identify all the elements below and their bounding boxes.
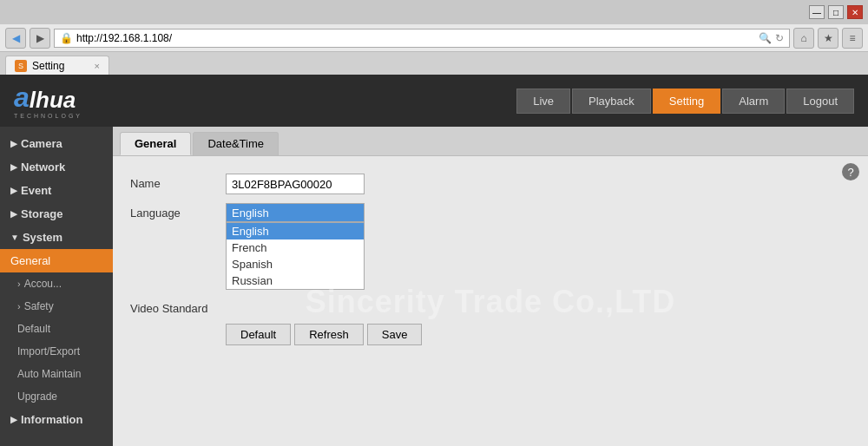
video-standard-label: Video Standard [130,298,226,315]
sidebar-label-importexport: Import/Export [17,345,80,357]
safety-arrow-icon: › [17,301,21,312]
video-standard-row: Video Standard [130,298,851,315]
alhua-logo: a lhua TECHNOLOGY [14,83,82,119]
alarm-button[interactable]: Alarm [722,89,785,114]
sidebar-label-automaintain: Auto Maintain [17,368,81,380]
logout-button[interactable]: Logout [786,89,854,114]
live-button[interactable]: Live [516,89,570,114]
nav-bar: ◀ ▶ 🔒 🔍 ↻ ⌂ ★ ≡ [0,24,868,52]
name-label: Name [130,174,226,190]
sidebar-item-default[interactable]: Default [0,318,113,340]
account-arrow-icon: › [17,279,21,289]
tab-favicon: S [15,60,27,72]
tab-bar: S Setting × [0,52,868,75]
logo-area: a lhua TECHNOLOGY [14,83,82,119]
back-button[interactable]: ◀ [5,28,26,49]
sidebar-label-account: Accou... [24,278,62,290]
main-content: General Date&Time ? Name Language Englis… [113,127,868,446]
sidebar-item-system[interactable]: ▼ System [0,226,113,249]
storage-arrow-icon: ▶ [10,209,17,219]
language-dropdown[interactable]: English English French Spanish Russian [226,203,365,290]
language-selected[interactable]: English [226,203,365,222]
option-french[interactable]: French [227,239,364,256]
option-russian[interactable]: Russian [227,272,364,289]
sidebar-item-information[interactable]: ▶ Information [0,408,113,431]
address-bar[interactable]: 🔒 🔍 ↻ [54,29,790,48]
content-area: General Date&Time ? Name Language Englis… [113,127,868,446]
help-icon[interactable]: ? [842,163,859,180]
sidebar-label-information: Information [21,413,83,426]
home-button[interactable]: ⌂ [793,28,814,49]
app-header: a lhua TECHNOLOGY Live Playback Setting … [0,75,868,127]
save-button[interactable]: Save [367,324,423,345]
logo-tech: TECHNOLOGY [14,113,82,119]
name-input[interactable] [226,174,365,194]
search-icon: 🔍 [759,32,772,44]
information-arrow-icon: ▶ [10,415,17,424]
sidebar: ▶ Camera ▶ Network ▶ Event ▶ Storage ▼ S… [0,127,113,446]
sidebar-item-safety[interactable]: › Safety [0,295,113,318]
maximize-button[interactable]: □ [828,5,844,19]
refresh-icon[interactable]: ↻ [775,32,784,44]
sidebar-item-automaintain[interactable]: Auto Maintain [0,363,113,385]
sidebar-item-importexport[interactable]: Import/Export [0,340,113,363]
sidebar-item-event[interactable]: ▶ Event [0,179,113,202]
forward-button[interactable]: ▶ [30,28,50,49]
system-arrow-icon: ▼ [10,233,19,242]
sidebar-label-safety: Safety [24,300,54,312]
content-body: ? Name Language English English French S… [113,156,868,363]
sidebar-label-camera: Camera [21,137,62,150]
default-button[interactable]: Default [226,324,291,345]
app-container: ▶ Camera ▶ Network ▶ Event ▶ Storage ▼ S… [0,127,868,446]
camera-arrow-icon: ▶ [10,139,17,148]
title-bar: — □ ✕ [0,0,868,24]
event-arrow-icon: ▶ [10,186,17,195]
network-arrow-icon: ▶ [10,162,17,172]
sidebar-label-event: Event [21,184,51,197]
settings-button[interactable]: ≡ [842,28,863,49]
tab-title: Setting [32,60,64,72]
sidebar-item-general[interactable]: General [0,249,113,272]
sidebar-item-upgrade[interactable]: Upgrade [0,385,113,408]
sidebar-label-network: Network [21,161,65,174]
tab-close-button[interactable]: × [95,61,100,71]
address-input[interactable] [76,32,755,44]
sidebar-item-camera[interactable]: ▶ Camera [0,132,113,155]
button-row: Default Refresh Save [226,324,851,345]
tab-datetime[interactable]: Date&Time [193,132,279,155]
browser-tab[interactable]: S Setting × [5,56,109,75]
language-row: Language English English French Spanish … [130,203,851,290]
logo-a: a [14,83,30,111]
playback-button[interactable]: Playback [572,89,651,114]
sidebar-label-upgrade: Upgrade [17,390,57,403]
option-spanish[interactable]: Spanish [227,256,364,272]
refresh-button[interactable]: Refresh [294,324,364,345]
star-button[interactable]: ★ [818,28,838,49]
header-nav: Live Playback Setting Alarm Logout [516,89,854,114]
language-label: Language [130,203,226,220]
sidebar-label-general: General [10,254,50,267]
sidebar-item-account[interactable]: › Accou... [0,272,113,295]
logo-lhua: lhua [30,89,76,111]
sidebar-label-storage: Storage [21,207,62,220]
sidebar-label-default: Default [17,323,50,335]
close-button[interactable]: ✕ [847,5,863,19]
setting-button[interactable]: Setting [653,89,720,114]
language-options-list: English French Spanish Russian [226,222,365,290]
lock-icon: 🔒 [60,32,73,44]
option-english[interactable]: English [227,223,364,239]
tab-nav: General Date&Time [113,127,868,156]
name-row: Name [130,174,851,194]
sidebar-item-network[interactable]: ▶ Network [0,155,113,179]
tab-general[interactable]: General [120,132,191,155]
sidebar-label-system: System [23,231,62,244]
sidebar-item-storage[interactable]: ▶ Storage [0,202,113,226]
minimize-button[interactable]: — [809,5,825,19]
